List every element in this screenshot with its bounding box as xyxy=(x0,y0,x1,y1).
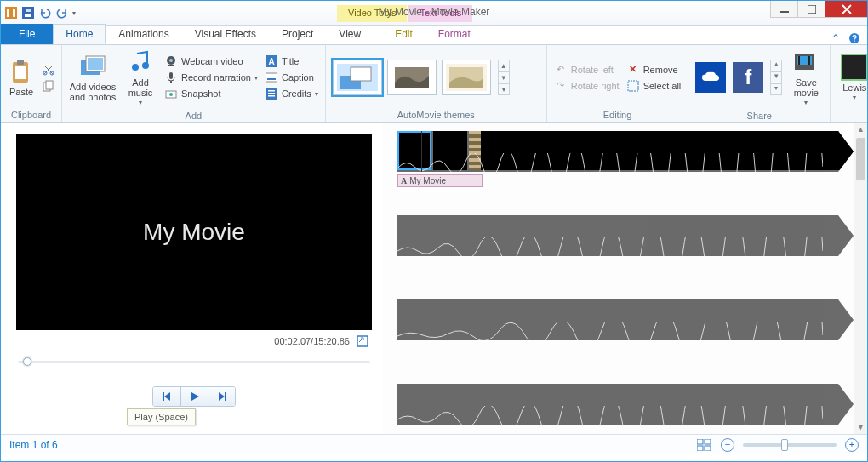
rotate-right-button[interactable]: ↷Rotate right xyxy=(554,79,620,93)
tab-file[interactable]: File xyxy=(1,24,53,44)
facebook-button[interactable]: f xyxy=(733,62,763,93)
preview-video[interactable]: My Movie xyxy=(16,134,372,330)
vertical-scrollbar[interactable]: ▲ ▼ xyxy=(854,123,867,434)
svg-rect-16 xyxy=(46,81,53,89)
zoom-in-button[interactable]: + xyxy=(845,438,859,452)
remove-button[interactable]: ✕Remove xyxy=(626,63,682,77)
tab-view[interactable]: View xyxy=(326,24,374,44)
onedrive-button[interactable] xyxy=(695,62,726,93)
share-gallery-down[interactable]: ▼ xyxy=(770,71,782,83)
rotate-left-button[interactable]: ↶Rotate left xyxy=(554,63,620,77)
avatar xyxy=(841,54,868,81)
share-gallery-more[interactable]: ▾ xyxy=(770,83,782,95)
help-icon[interactable]: ? xyxy=(848,32,860,44)
waveform xyxy=(397,406,823,425)
webcam-icon xyxy=(164,54,178,68)
timeline-track[interactable] xyxy=(397,215,854,256)
snapshot-button[interactable]: Snapshot xyxy=(164,87,258,100)
workspace: My Movie 00:02.07/15:20.86 Play (Space) xyxy=(1,123,867,434)
tab-project[interactable]: Project xyxy=(269,24,326,44)
svg-point-23 xyxy=(169,59,173,62)
svg-rect-36 xyxy=(268,95,275,97)
collapse-ribbon-icon[interactable]: ⌃ xyxy=(831,32,840,44)
qat-customize-icon[interactable]: ▾ xyxy=(72,9,76,17)
svg-rect-7 xyxy=(808,5,816,14)
zoom-thumb[interactable] xyxy=(781,439,788,451)
svg-rect-5 xyxy=(26,9,31,12)
timeline-track[interactable] xyxy=(397,299,854,340)
save-movie-button[interactable]: Save movie▾ xyxy=(789,48,823,107)
thumbnail-view-icon[interactable] xyxy=(697,439,712,451)
fullscreen-icon[interactable] xyxy=(357,335,368,347)
svg-rect-26 xyxy=(170,81,172,83)
timeline-track[interactable] xyxy=(397,384,854,425)
video-tools-header: Video Tools xyxy=(337,5,407,22)
gallery-down-icon[interactable]: ▼ xyxy=(498,71,510,83)
transport-controls: Play (Space) xyxy=(16,386,372,407)
svg-rect-44 xyxy=(628,81,638,91)
tab-format[interactable]: Format xyxy=(425,24,483,44)
theme-thumb-3[interactable] xyxy=(442,60,491,95)
share-gallery-up[interactable]: ▲ xyxy=(770,60,782,71)
paste-button[interactable]: Paste xyxy=(8,58,35,97)
remove-icon: ✕ xyxy=(626,63,640,77)
waveform xyxy=(397,237,823,256)
tab-edit[interactable]: Edit xyxy=(382,24,425,44)
credits-icon xyxy=(265,87,278,100)
seek-thumb[interactable] xyxy=(23,357,31,366)
playhead[interactable] xyxy=(421,128,422,175)
group-themes: ▲ ▼ ▾ AutoMovie themes xyxy=(326,45,547,122)
account-button[interactable]: Lewis▾ xyxy=(837,54,868,102)
group-clipboard: Paste Clipboard xyxy=(1,45,62,122)
maximize-button[interactable] xyxy=(797,1,825,18)
minimize-button[interactable] xyxy=(770,1,797,18)
scroll-down-icon[interactable]: ▼ xyxy=(854,420,867,434)
webcam-video-button[interactable]: Webcam video xyxy=(164,54,258,68)
credits-button[interactable]: Credits ▾ xyxy=(265,87,318,100)
theme-thumb-2[interactable] xyxy=(387,60,437,95)
record-narration-button[interactable]: Record narration ▾ xyxy=(164,71,258,84)
svg-rect-52 xyxy=(697,439,703,444)
save-icon[interactable] xyxy=(21,6,35,20)
svg-rect-34 xyxy=(268,90,275,92)
redo-icon[interactable] xyxy=(55,6,69,20)
svg-point-21 xyxy=(142,62,149,69)
next-frame-button[interactable] xyxy=(208,387,235,406)
title-button[interactable]: ATitle xyxy=(265,54,318,68)
tab-animations[interactable]: Animations xyxy=(106,24,181,44)
add-videos-button[interactable]: Add videos and photos xyxy=(69,53,117,102)
copy-icon[interactable] xyxy=(42,79,55,93)
gallery-more-icon[interactable]: ▾ xyxy=(498,83,510,95)
tab-visual-effects[interactable]: Visual Effects xyxy=(182,24,269,44)
timeline-track[interactable] xyxy=(397,131,854,172)
undo-icon[interactable] xyxy=(38,6,52,20)
themes-gallery[interactable] xyxy=(333,60,491,95)
gallery-up-icon[interactable]: ▲ xyxy=(498,60,510,71)
add-music-button[interactable]: Add music ▾ xyxy=(123,48,157,107)
svg-text:A: A xyxy=(268,57,274,66)
zoom-slider[interactable] xyxy=(743,443,837,447)
caption-button[interactable]: Caption xyxy=(265,71,318,84)
svg-rect-50 xyxy=(163,392,164,401)
svg-point-28 xyxy=(169,93,173,96)
group-account: Lewis▾ xyxy=(831,45,868,122)
theme-thumb-1[interactable] xyxy=(333,60,382,95)
seek-slider[interactable] xyxy=(18,356,370,368)
zoom-out-button[interactable]: − xyxy=(721,438,734,452)
add-videos-icon xyxy=(79,53,106,80)
select-all-button[interactable]: Select all xyxy=(626,79,682,93)
title-clip[interactable]: AMy Movie xyxy=(397,174,483,187)
play-button[interactable] xyxy=(180,387,208,406)
svg-rect-48 xyxy=(808,56,810,65)
svg-rect-24 xyxy=(168,65,174,66)
prev-frame-button[interactable] xyxy=(153,387,180,406)
tab-home[interactable]: Home xyxy=(53,24,106,44)
scroll-thumb[interactable] xyxy=(856,138,865,180)
rotate-left-icon: ↶ xyxy=(554,63,568,77)
preview-pane: My Movie 00:02.07/15:20.86 Play (Space) xyxy=(1,123,382,434)
cut-icon[interactable] xyxy=(42,63,55,77)
scroll-up-icon[interactable]: ▲ xyxy=(854,123,867,136)
group-editing: ↶Rotate left ↷Rotate right ✕Remove Selec… xyxy=(547,45,689,122)
close-button[interactable] xyxy=(825,1,867,18)
timeline-pane[interactable]: AMy Movie ▲ ▼ xyxy=(382,123,867,434)
